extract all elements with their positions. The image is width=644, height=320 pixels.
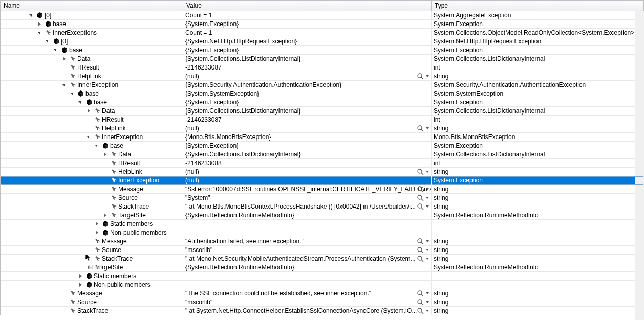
vertical-scrollbar[interactable] (635, 11, 644, 320)
tree-row[interactable]: base (1, 46, 183, 55)
visualizer-icon[interactable] (417, 203, 424, 210)
expand-toggle[interactable] (95, 222, 99, 226)
tree-row[interactable]: HelpLink (1, 124, 183, 133)
row-value[interactable]: {System.Exception} (183, 142, 432, 150)
expand-toggle[interactable] (78, 283, 83, 287)
visualizer-dropdown-icon[interactable] (425, 307, 430, 314)
visualizer-dropdown-icon[interactable] (425, 246, 430, 254)
collapse-toggle[interactable] (46, 39, 50, 44)
visualizer-icon[interactable] (417, 238, 424, 245)
tree-row[interactable]: rgetSiteMilad (1, 263, 183, 272)
visualizer-dropdown-icon[interactable] (425, 168, 430, 175)
row-value[interactable]: (null) (183, 124, 432, 133)
tree-row[interactable]: InnerException (1, 133, 183, 142)
visualizer-icon[interactable] (417, 194, 424, 201)
row-value[interactable]: "System" (183, 194, 432, 202)
row-value[interactable]: {System.Exception} (183, 98, 432, 107)
row-value[interactable]: {System.Collections.ListDictionaryIntern… (183, 55, 432, 63)
tree-row[interactable]: StackTrace (1, 202, 183, 211)
tree-row[interactable]: Non-public members (1, 228, 183, 237)
tree-row[interactable]: Data (1, 150, 183, 159)
tree-row[interactable]: StackTrace (1, 307, 183, 315)
tree-row[interactable]: base (1, 98, 183, 107)
visualizer-icon[interactable] (417, 168, 424, 175)
visualizer-dropdown-icon[interactable] (425, 194, 430, 201)
tree-row[interactable]: HResult (1, 116, 183, 124)
expand-toggle[interactable] (78, 274, 83, 279)
visualizer-icon[interactable] (417, 290, 424, 297)
row-value[interactable]: "mscorlib" (183, 298, 432, 307)
expand-toggle[interactable] (87, 109, 91, 113)
collapse-toggle[interactable] (95, 144, 99, 148)
row-value[interactable]: "Authentication failed, see inner except… (183, 237, 432, 246)
visualizer-icon[interactable] (417, 255, 424, 262)
visualizer-icon[interactable] (417, 246, 424, 254)
collapse-toggle[interactable] (62, 83, 67, 87)
tree-row[interactable]: base (1, 89, 183, 98)
tree-row[interactable]: base (1, 142, 183, 150)
visualizer-dropdown-icon[interactable] (425, 238, 430, 245)
visualizer-dropdown-icon[interactable] (425, 290, 430, 297)
visualizer-dropdown-icon[interactable] (425, 125, 430, 132)
row-value[interactable] (183, 228, 432, 237)
tree-row[interactable]: Source (1, 194, 183, 202)
tree-row[interactable]: InnerExceptions (1, 29, 183, 37)
row-value[interactable]: " at Mono.Net.Security.MobileAuthenticat… (183, 255, 432, 263)
tree-row[interactable]: base (1, 20, 183, 29)
row-value[interactable]: " at System.Net.Http.ConnectHelper.Estab… (183, 307, 432, 315)
visualizer-icon[interactable] (417, 299, 424, 306)
row-value[interactable]: {Mono.Btls.MonoBtlsException} (183, 133, 432, 142)
column-header-name[interactable]: Name (1, 1, 183, 11)
expand-toggle[interactable] (37, 22, 42, 27)
row-value[interactable]: (null) (183, 168, 432, 176)
collapse-toggle[interactable] (54, 48, 58, 53)
column-header-value[interactable]: Value (183, 1, 432, 11)
tree-row[interactable]: Data (1, 107, 183, 116)
row-value[interactable]: {System.Reflection.RuntimeMethodInfo} (183, 263, 432, 272)
tree-row[interactable]: TargetSite (1, 211, 183, 220)
tree-row[interactable]: [0] (1, 37, 183, 46)
row-value[interactable]: "The SSL connection could not be establi… (183, 289, 432, 298)
tree-row[interactable]: Message (1, 237, 183, 246)
row-value[interactable]: "mscorlib" (183, 246, 432, 255)
tree-row[interactable]: Static members (1, 220, 183, 228)
visualizer-dropdown-icon[interactable] (425, 186, 430, 193)
visualizer-icon[interactable] (417, 307, 424, 314)
row-value[interactable]: {System.Net.Http.HttpRequestException} (183, 37, 432, 46)
row-value[interactable]: Count = 1 (183, 29, 432, 37)
visualizer-dropdown-icon[interactable] (425, 255, 430, 262)
visualizer-dropdown-icon[interactable] (425, 73, 430, 80)
row-value[interactable]: {System.Collections.ListDictionaryIntern… (183, 150, 432, 159)
row-value[interactable]: {System.Security.Authentication.Authenti… (183, 81, 432, 89)
row-value[interactable]: {System.Collections.ListDictionaryIntern… (183, 107, 432, 116)
tree-row[interactable]: Message (1, 185, 183, 194)
tree-row[interactable]: Non-public members (1, 281, 183, 289)
visualizer-icon[interactable] (417, 186, 424, 193)
row-value[interactable]: {System.SystemException} (183, 89, 432, 98)
row-value[interactable]: (null) (183, 176, 432, 185)
tree-row[interactable]: HResult (1, 159, 183, 168)
tree-row[interactable]: InnerException (1, 176, 183, 185)
row-value[interactable]: {System.Reflection.RuntimeMethodInfo} (183, 211, 432, 220)
tree-row[interactable]: Data (1, 55, 183, 63)
row-value[interactable] (183, 220, 432, 228)
expand-toggle[interactable] (62, 57, 67, 61)
row-value[interactable]: " at Mono.Btls.MonoBtlsContext.ProcessHa… (183, 202, 432, 211)
collapse-toggle[interactable] (87, 135, 91, 140)
row-value[interactable] (183, 281, 432, 289)
tree-row[interactable]: [0] (1, 11, 183, 20)
row-value[interactable]: -2146233087 (183, 116, 432, 124)
visualizer-dropdown-icon[interactable] (425, 203, 430, 210)
expand-toggle[interactable] (103, 213, 108, 218)
row-value[interactable]: -2146233088 (183, 159, 432, 168)
column-header-type[interactable]: Type (432, 1, 644, 11)
tree-row[interactable]: HelpLink (1, 168, 183, 176)
row-value[interactable]: (null) (183, 72, 432, 81)
collapse-toggle[interactable] (37, 31, 42, 35)
collapse-toggle[interactable] (29, 13, 34, 18)
visualizer-dropdown-icon[interactable] (425, 299, 430, 306)
expand-toggle[interactable] (103, 152, 108, 157)
row-value[interactable]: {System.Exception} (183, 46, 432, 55)
row-value[interactable]: "Ssl error:1000007d:SSL routines:OPENSSL… (183, 185, 432, 194)
row-value[interactable]: -2146233087 (183, 63, 432, 72)
